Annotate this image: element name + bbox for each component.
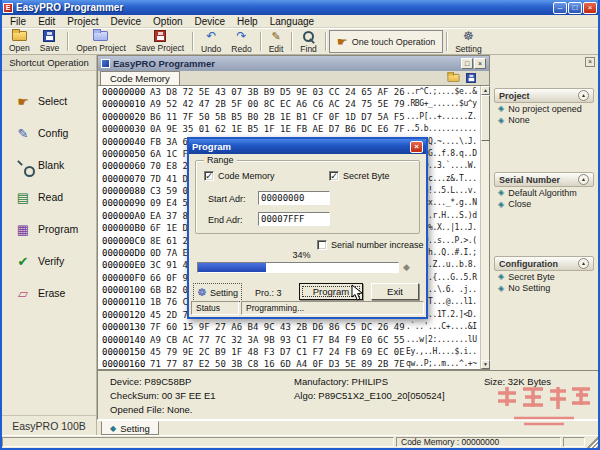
load-buffer-icon[interactable] [448,74,460,82]
sidebar-item-label: Config [38,127,68,139]
edit-icon: ✎ [271,30,280,43]
undo-button[interactable]: ↶ Undo [196,30,226,53]
algo-info: Algo: P89C51X2_E100_20[050524] [294,390,445,401]
sidebar-item-select[interactable]: ☛ Select [2,85,96,117]
sidebar-item-erase[interactable]: ▱ Erase [2,277,96,309]
scroll-down-icon[interactable]: ▼ [481,360,490,369]
section-title: Project [499,91,530,101]
start-adr-input[interactable] [258,191,330,205]
dialog-setting-button[interactable]: ☸ Setting [195,285,240,300]
sidebar-item-config[interactable]: ✎ Config [2,117,96,149]
hex-bytes: 45 79 9E 2C B9 1F 48 F3 D7 C1 F7 24 FB 6… [150,346,406,358]
end-adr-input[interactable] [258,212,330,226]
menu-item[interactable]: Option [147,16,188,27]
section-title: Serial Number [499,175,560,185]
panel-list-item: ◈ No project opened [494,103,594,115]
collapse-up-icon[interactable]: ▲ [578,174,589,185]
open-project-button[interactable]: Open Project [71,30,131,53]
sidebar-item-read[interactable]: ▤ Read [2,181,96,213]
status-bar: Code Memory : 00000000 [0,435,600,448]
sidebar-item-program[interactable]: ▦ Program [2,213,96,245]
collapse-up-icon[interactable]: ▲ [578,258,589,269]
panel-item-label: Secret Byte [508,272,555,282]
collapse-up-icon[interactable]: ▲ [578,90,589,101]
panel-close-icon[interactable]: × [585,57,595,67]
app-window: E EasyPRO Programmer – □ × FileEditProje… [0,0,600,450]
menu-item[interactable]: Edit [32,16,61,27]
configuration-section-header: Configuration ▲ [494,256,594,271]
hex-ascii: ..r^C.;....$e..& [406,86,480,98]
sidebar-item-blank[interactable]: Blank [2,149,96,181]
restore-icon[interactable]: □ [461,58,473,69]
dialog-close-icon[interactable]: × [410,141,423,153]
exit-button[interactable]: Exit [371,283,419,300]
hex-row: 00000030 0A 9E 35 01 62 1E B5 1F 1E FB A… [98,123,480,135]
child-close-icon[interactable]: × [474,58,486,69]
scrollbar-thumb[interactable] [481,95,490,141]
panel-list-item: ◈ Default Algorithm [494,187,594,199]
secret-byte-checkbox-label: Secret Byte [343,171,390,181]
toolbar-separator [446,32,447,51]
tab-setting[interactable]: ◆ Setting [101,421,159,435]
one-touch-icon: ☛ [337,35,348,49]
status-segment [563,437,585,447]
sidebar-item-verify[interactable]: ✔ Verify [2,245,96,277]
hex-row: 00000000 A3 D8 72 5E 43 07 3B B9 D5 9E 0… [98,86,480,98]
minimize-icon[interactable]: – [553,2,567,14]
hex-address: 00000110 [98,296,150,308]
find-button[interactable]: Find [295,30,322,53]
hex-address: 00000150 [98,346,150,358]
save-project-icon [154,30,166,42]
menu-item[interactable]: Help [231,16,264,27]
hex-bytes: A9 52 42 47 2B 5F 00 8C EC A6 C6 AC 24 7… [150,98,406,110]
code-memory-checkbox-label: Code Memory [218,171,275,181]
save-buffer-icon[interactable] [466,73,476,83]
hex-ascii: qw..P;..m...^.+~ [406,358,480,369]
menu-bar: FileEditProjectDeviceOptionDeviceHelpLan… [2,15,598,28]
menu-item[interactable]: File [4,16,32,27]
code-memory-checkbox[interactable]: ✓ [204,171,214,181]
panel-item-label: Close [508,199,531,209]
progress-bar [197,262,399,273]
setting-button[interactable]: ☸ Setting [450,30,486,53]
program-button[interactable]: Program [299,283,363,300]
one-touch-operation-button[interactable]: ☛ One touch Operation [329,30,443,53]
dialog-title: Program [192,141,231,152]
hex-bytes: A9 CB AC 77 7C 32 3A 9B 93 C1 F7 B4 F9 E… [150,334,406,346]
open-button[interactable]: Open [4,30,35,53]
program-dialog: Program × Range ✓ Code Memory ✓ Secret B… [187,137,428,319]
verify-check-icon: ✔ [15,254,31,269]
edit-button[interactable]: ✎ Edit [264,30,289,53]
save-button[interactable]: Save [35,30,64,53]
hex-ascii: ..5.b........... [406,123,480,135]
secret-byte-checkbox[interactable]: ✓ [329,171,339,181]
toolbar-separator [291,32,292,51]
close-icon[interactable]: × [583,2,597,14]
status-segment [2,437,394,447]
menu-item[interactable]: Device [189,16,232,27]
edit-label: Edit [269,44,284,54]
diamond-icon: ◈ [498,104,504,113]
serial-number-increase-checkbox[interactable] [317,240,327,250]
toolbar-separator [67,32,68,51]
sidebar-item-label: Read [38,191,63,203]
dialog-status-label: Status [191,301,239,315]
menu-item[interactable]: Language [264,16,321,27]
serial-number-section: Serial Number ▲ ◈ Default Algorithm ◈ Cl… [494,172,594,210]
resize-grip[interactable] [587,437,598,448]
redo-button[interactable]: ↷ Redo [226,30,256,53]
diamond-icon: ◈ [498,284,504,293]
scroll-up-icon[interactable]: ▲ [481,86,490,95]
save-project-button[interactable]: Save Project [131,30,189,53]
sidebar-item-label: Select [38,95,67,107]
panel-list-item: ◈ None [494,115,594,127]
tab-code-memory[interactable]: Code Memory [100,71,180,85]
vertical-scrollbar[interactable]: ▲ ▼ [480,86,489,369]
maximize-icon[interactable]: □ [568,2,582,14]
app-icon: E [3,3,13,13]
hex-address: 00000020 [98,111,150,123]
program-chip-icon: ▦ [15,222,31,237]
menu-item[interactable]: Project [61,16,104,27]
menu-item[interactable]: Device [104,16,147,27]
hex-address: 00000090 [98,197,150,209]
